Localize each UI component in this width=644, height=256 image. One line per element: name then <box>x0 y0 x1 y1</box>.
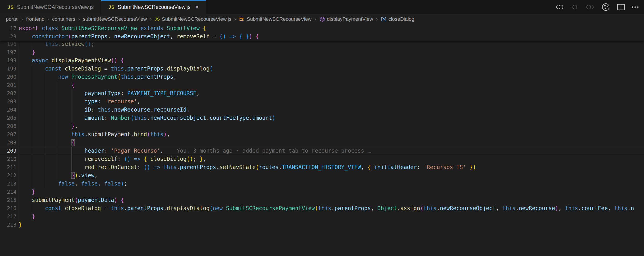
code-text: } <box>16 212 35 221</box>
line-number[interactable]: 218 <box>0 221 16 229</box>
line-number[interactable]: 202 <box>0 89 16 97</box>
code-line-214[interactable]: 214 } <box>0 188 644 196</box>
indent-guide <box>58 122 58 130</box>
line-number[interactable]: 214 <box>0 188 16 196</box>
breadcrumb-separator: › <box>234 16 236 22</box>
code-line-200[interactable]: 200 new ProcessPayment(this.parentProps, <box>0 73 644 81</box>
indent-guide <box>19 73 19 81</box>
breadcrumb-item-frontend[interactable]: frontend <box>26 16 45 22</box>
code-line-210[interactable]: 210 removeSelf: () => { closeDialog(); }… <box>0 155 644 163</box>
line-number[interactable]: 206 <box>0 122 16 130</box>
line-number[interactable]: 209 <box>0 147 16 155</box>
breadcrumb-item-containers[interactable]: containers <box>52 16 76 22</box>
line-number[interactable]: 204 <box>0 106 16 114</box>
line-number[interactable]: 208 <box>0 139 16 147</box>
code-line-196[interactable]: 196 this.setView(); <box>0 40 644 48</box>
breadcrumb-label: closeDialog <box>388 16 414 22</box>
breadcrumb-item-submitnewscrecourseview-js[interactable]: JSSubmitNewSCRecourseView.js <box>154 16 231 22</box>
indent-guide <box>19 139 19 147</box>
code-text: } <box>16 188 35 196</box>
code-line-197[interactable]: 197 } <box>0 48 644 56</box>
code-line-216[interactable]: 216 const closeDialog = this.parentProps… <box>0 204 644 212</box>
code-line-218[interactable]: 218} <box>0 221 644 229</box>
line-number[interactable]: 197 <box>0 48 16 56</box>
split-editor-icon[interactable] <box>617 4 625 11</box>
breadcrumb-separator: › <box>150 16 152 22</box>
code-text: header: 'Pagar Recurso', You, 3 months a… <box>16 147 371 155</box>
code-text: const closeDialog = this.parentProps.dis… <box>16 65 213 73</box>
breadcrumb-separator: › <box>47 16 50 22</box>
code-line-23[interactable]: 23 constructor(parentProps, newRecourseO… <box>0 32 644 41</box>
code-line-217[interactable]: 217 } <box>0 212 644 221</box>
navigate-back-icon[interactable] <box>555 4 564 10</box>
indent-guide <box>19 180 19 188</box>
line-number[interactable]: 212 <box>0 171 16 180</box>
line-number[interactable]: 207 <box>0 130 16 139</box>
line-number[interactable]: 215 <box>0 196 16 204</box>
indent-guide <box>19 196 19 204</box>
tab-submitnewscrecourseview[interactable]: JS SubmitNewSCRecourseView.js × <box>101 0 206 14</box>
js-file-icon: JS <box>8 5 14 10</box>
code-text: constructor(parentProps, newRecourseObje… <box>16 32 259 41</box>
line-number[interactable]: 199 <box>0 65 16 73</box>
navigate-forward-icon[interactable] <box>585 4 594 10</box>
code-line-215[interactable]: 215 submitPayment(paymentData) { <box>0 196 644 204</box>
line-number[interactable]: 210 <box>0 155 16 163</box>
navigate-position-icon[interactable] <box>571 4 579 10</box>
code-text: }).view, <box>16 171 98 180</box>
indent-guide <box>71 106 72 114</box>
line-number[interactable]: 198 <box>0 56 16 65</box>
breadcrumb: portal›frontend›containers›submitNewSCRe… <box>0 14 644 24</box>
more-actions-icon[interactable] <box>631 6 639 8</box>
indent-guide <box>19 130 19 139</box>
code-line-212[interactable]: 212 }).view, <box>0 171 644 180</box>
line-number[interactable]: 211 <box>0 163 16 171</box>
code-line-208[interactable]: 208 { <box>0 139 644 147</box>
breadcrumb-item-displaypaymentview[interactable]: displayPaymentView <box>319 16 373 22</box>
line-number[interactable]: 217 <box>0 212 16 221</box>
indent-guide <box>58 155 58 163</box>
indent-guide <box>58 106 58 114</box>
line-number[interactable]: 200 <box>0 73 16 81</box>
code-line-201[interactable]: 201 { <box>0 81 644 89</box>
indent-guide <box>58 171 58 180</box>
code-line-211[interactable]: 211 redirectOnCancel: () => this.parentP… <box>0 163 644 171</box>
line-number[interactable]: 196 <box>0 40 16 48</box>
close-tab-icon[interactable]: × <box>196 4 199 10</box>
breadcrumb-item-submitnewscrecourseview[interactable]: submitNewSCRecourseView <box>83 16 147 22</box>
line-number[interactable]: 216 <box>0 204 16 212</box>
code-line-198[interactable]: 198 async displayPaymentView() { <box>0 56 644 65</box>
indent-guide <box>45 130 45 139</box>
tab-submitnewcoarecourseview[interactable]: JS SubmitNewCOARecourseView.js <box>0 0 101 14</box>
code-text: { <box>16 81 75 89</box>
breadcrumb-item-closedialog[interactable]: closeDialog <box>381 16 414 22</box>
code-line-207[interactable]: 207 this.submitPayment.bind(this), <box>0 130 644 139</box>
line-number[interactable]: 203 <box>0 97 16 106</box>
code-text: iD: this.newRecourse.recourseId, <box>16 106 190 114</box>
indent-guide <box>19 97 19 106</box>
code-lines: 196 this.setView();197 }198 async displa… <box>0 40 644 229</box>
line-number[interactable]: 23 <box>0 32 16 41</box>
code-line-209[interactable]: 209 header: 'Pagar Recurso', You, 3 mont… <box>0 147 644 155</box>
indent-guide <box>58 130 58 139</box>
code-editor[interactable]: 196 this.setView();197 }198 async displa… <box>0 24 644 256</box>
code-line-199[interactable]: 199 const closeDialog = this.parentProps… <box>0 65 644 73</box>
code-text: } <box>16 48 35 56</box>
code-line-17[interactable]: 17export class SubmitNewSCRecourseView e… <box>0 24 644 32</box>
line-number[interactable]: 205 <box>0 114 16 122</box>
code-line-202[interactable]: 202 paymentType: PAYMENT_TYPE_RECOURSE, <box>0 89 644 97</box>
breadcrumb-separator: › <box>314 16 316 22</box>
code-line-206[interactable]: 206 }, <box>0 122 644 130</box>
code-line-205[interactable]: 205 amount: Number(this.newRecourseObjec… <box>0 114 644 122</box>
run-graph-icon[interactable] <box>601 2 611 12</box>
indent-guide <box>19 114 19 122</box>
breadcrumb-item-submitnewscrecourseview[interactable]: SubmitNewSCRecourseView <box>239 16 312 22</box>
line-number[interactable]: 213 <box>0 180 16 188</box>
code-text: submitPayment(paymentData) { <box>16 196 124 204</box>
code-line-203[interactable]: 203 type: 'recourse', <box>0 97 644 106</box>
line-number[interactable]: 17 <box>0 24 16 32</box>
line-number[interactable]: 201 <box>0 81 16 89</box>
breadcrumb-item-portal[interactable]: portal <box>6 16 18 22</box>
code-line-204[interactable]: 204 iD: this.newRecourse.recourseId, <box>0 106 644 114</box>
code-line-213[interactable]: 213 false, false, false); <box>0 180 644 188</box>
